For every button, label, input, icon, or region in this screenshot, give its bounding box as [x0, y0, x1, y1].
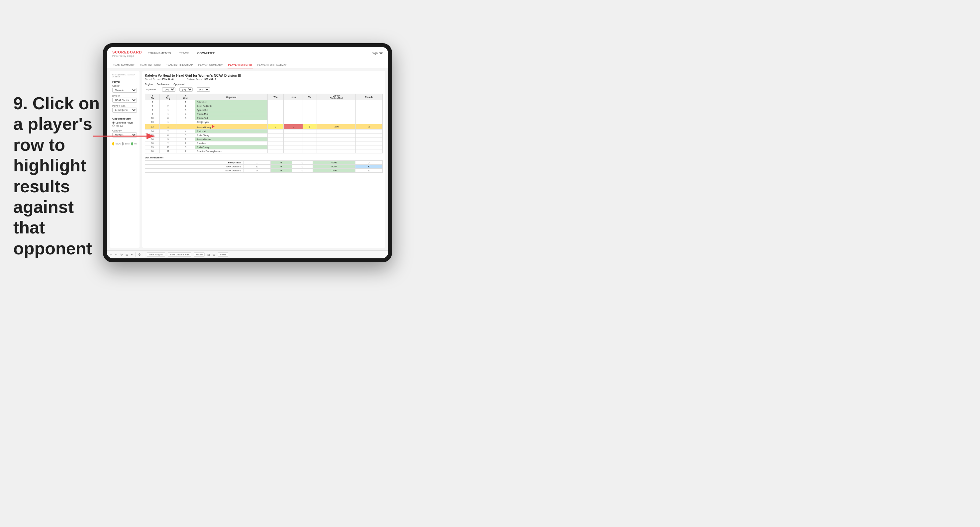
cell-conf: 6: [177, 146, 195, 149]
cell-diff: [317, 100, 355, 104]
sidebar-gender-dropdown[interactable]: Women's: [112, 88, 137, 93]
table-row[interactable]: 5 2 2 Alexis Sudjianto: [145, 104, 383, 108]
expand-icon[interactable]: ⊡: [207, 253, 210, 256]
cell-rounds: [356, 116, 383, 120]
cell-tie: [303, 133, 317, 138]
undo-icon[interactable]: ↩: [110, 253, 112, 256]
tab-team-h2h-grid[interactable]: TEAM H2H GRID: [139, 62, 161, 68]
overall-record-label: Overall Record:: [145, 78, 161, 80]
table-row[interactable]: 14 7 4 Eunice Yi: [145, 130, 383, 133]
cell-loss: [284, 112, 303, 116]
sidebar-division-dropdown[interactable]: NCAA Division III: [112, 98, 137, 103]
region-filter-label: Region: [145, 83, 153, 85]
bottom-toolbar: ↩ ↪ ↻ ⊞ + ⏱ View: Original Save Custom V…: [107, 251, 388, 258]
ood-team-name: NCAA Division 2: [145, 169, 243, 173]
table-row[interactable]: 19 10 6 Emily Chang: [145, 146, 383, 149]
legend-up-label: Up: [134, 143, 137, 145]
tab-team-summary[interactable]: TEAM SUMMARY: [112, 62, 135, 68]
sign-out-button[interactable]: Sign out: [372, 51, 383, 55]
cell-tie: [303, 100, 317, 104]
cell-diff: [317, 104, 355, 108]
watch-button[interactable]: Watch: [194, 252, 205, 257]
th-opponent: Opponent: [195, 94, 267, 100]
table-row[interactable]: 3 1 Esther Lee: [145, 100, 383, 104]
ood-diff: 4.500: [313, 161, 355, 165]
th-win: Win: [267, 94, 284, 100]
cell-reg: [160, 100, 177, 104]
grid-icon[interactable]: ⊞: [213, 253, 215, 256]
table-row[interactable]: 13 1 Jeeejo Hyun: [145, 120, 383, 124]
view-original-button[interactable]: View: Original: [147, 252, 165, 257]
conference-dropdown[interactable]: (All): [180, 87, 192, 92]
cell-loss: [284, 108, 303, 112]
ood-c2: 0: [271, 161, 292, 165]
cell-tie: [303, 104, 317, 108]
cell-rounds: [356, 100, 383, 104]
forward-icon[interactable]: ↻: [120, 253, 123, 256]
out-of-division-table: Foreign Team 1 0 0 4.500 2 NAIA Division…: [145, 160, 383, 173]
ood-c1: 15: [243, 165, 271, 169]
table-row[interactable]: 10 6 3 Andrea York: [145, 116, 383, 120]
sidebar-player-rank-label: Player (Rank): [112, 105, 137, 107]
filter-group-opponent: Opponent: [173, 83, 185, 85]
radio-top100-dot[interactable]: [112, 125, 115, 127]
cell-rounds: [356, 112, 383, 116]
radio-opponents-played[interactable]: Opponents Played: [112, 122, 137, 124]
crop-icon[interactable]: ⊞: [126, 253, 128, 256]
th-reg: #Reg: [160, 94, 177, 100]
cell-win: [267, 149, 284, 153]
table-row[interactable]: 9 1 4 Sharon Mun: [145, 112, 383, 116]
th-conf: #Conf: [177, 94, 195, 100]
cell-win: [267, 133, 284, 138]
cell-rounds-highlighted: 2: [356, 124, 383, 130]
cell-diff: [317, 141, 355, 146]
share-button[interactable]: Share: [218, 252, 228, 257]
cell-loss: [284, 130, 303, 133]
cell-win: [267, 146, 284, 149]
cell-rounds: [356, 104, 383, 108]
tab-player-h2h-heatmap[interactable]: PLAYER H2H HEATMAP: [257, 62, 288, 68]
plus-icon[interactable]: +: [131, 253, 132, 256]
main-content: Last Updated: 27/03/2024 16:55:28 Player…: [107, 68, 388, 251]
ood-c2: 0: [271, 169, 292, 173]
cell-diff: [317, 149, 355, 153]
table-row-highlighted[interactable]: 13 1 Jessica Huang 0 1 0 -3.00 2: [145, 124, 383, 130]
radio-opponents-played-label: Opponents Played: [116, 122, 133, 124]
cell-loss-highlighted: 1: [284, 124, 303, 130]
cell-tie: [303, 146, 317, 149]
save-custom-button[interactable]: Save Custom View: [168, 252, 191, 257]
tab-player-h2h-grid[interactable]: PLAYER H2H GRID: [228, 62, 253, 68]
cell-diff: [317, 138, 355, 141]
cell-tie-highlighted: 0: [303, 124, 317, 130]
table-row[interactable]: 6 1 3 Sydney Kuo: [145, 108, 383, 112]
clock-icon[interactable]: ⏱: [138, 253, 141, 256]
redo-icon[interactable]: ↪: [115, 253, 118, 256]
th-div: #Div: [145, 94, 160, 100]
table-row[interactable]: 15 8 5 Stella Cheng: [145, 133, 383, 138]
nav-committee[interactable]: COMMITTEE: [197, 51, 216, 55]
tab-team-h2h-heatmap[interactable]: TEAM H2H HEATMAP: [165, 62, 194, 68]
cell-div: 6: [145, 108, 160, 112]
region-dropdown[interactable]: (All): [162, 87, 175, 92]
ood-team-name: NAIA Division 1: [145, 165, 243, 169]
tab-player-summary[interactable]: PLAYER SUMMARY: [198, 62, 224, 68]
nav-teams[interactable]: TEAMS: [178, 51, 190, 55]
sub-nav: TEAM SUMMARY TEAM H2H GRID TEAM H2H HEAT…: [107, 59, 388, 68]
cell-loss: [284, 116, 303, 120]
cell-diff: [317, 112, 355, 116]
opponent-dropdown[interactable]: (All): [197, 87, 210, 92]
data-panel: Katelyn Vo Head-to-Head Grid for Women's…: [142, 71, 385, 248]
cell-rounds: [356, 133, 383, 138]
cell-win: [267, 104, 284, 108]
table-row[interactable]: 20 11 7 Federica Domecq Lacroze: [145, 149, 383, 153]
table-row[interactable]: 18 2 2 Euna Lee: [145, 141, 383, 146]
table-row[interactable]: 16 9 1 Jessica Mason: [145, 138, 383, 141]
radio-opponents-played-dot[interactable]: [112, 122, 115, 124]
radio-top100[interactable]: Top 100: [112, 125, 137, 127]
sidebar-player-rank-dropdown[interactable]: 8. Katelyn Vo: [112, 108, 137, 113]
cell-reg: 9: [160, 138, 177, 141]
cell-reg: 1: [160, 120, 177, 124]
table-header-row: #Div #Reg #Conf Opponent Win Loss Tie Di…: [145, 94, 383, 100]
nav-tournaments[interactable]: TOURNAMENTS: [147, 51, 172, 55]
cell-reg: 6: [160, 116, 177, 120]
